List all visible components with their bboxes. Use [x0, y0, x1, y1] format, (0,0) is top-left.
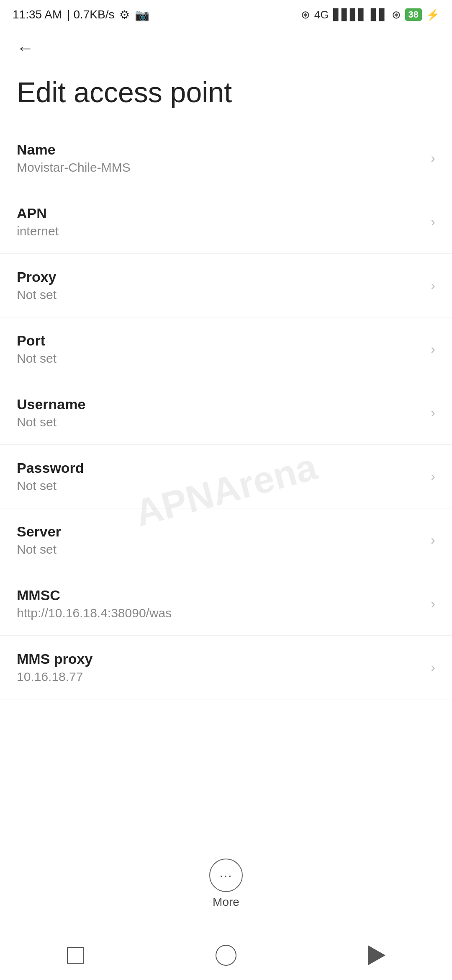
chevron-right-icon: ›: [431, 405, 435, 420]
settings-item-value: internet: [17, 224, 422, 238]
signal-bars2-icon: ▋▋: [371, 8, 388, 21]
settings-item-apn[interactable]: APN internet ›: [0, 190, 452, 254]
settings-item-content: Password Not set: [17, 460, 422, 493]
settings-item-proxy[interactable]: Proxy Not set ›: [0, 254, 452, 317]
settings-item-username[interactable]: Username Not set ›: [0, 381, 452, 445]
chevron-right-icon: ›: [431, 150, 435, 166]
signal-bars-icon: ▋▋▋▋: [333, 8, 367, 21]
settings-item-label: Server: [17, 524, 422, 540]
more-circle-icon: ···: [209, 859, 243, 892]
settings-item-value: Not set: [17, 542, 422, 557]
more-button[interactable]: ··· More: [209, 859, 243, 909]
bottom-nav: [0, 930, 452, 980]
more-section: ··· More: [0, 850, 452, 917]
settings-item-mmsc[interactable]: MMSC http://10.16.18.4:38090/was ›: [0, 572, 452, 636]
settings-item-value: Not set: [17, 479, 422, 493]
chevron-right-icon: ›: [431, 341, 435, 357]
settings-item-label: Username: [17, 396, 422, 413]
back-arrow-icon: ←: [16, 38, 34, 58]
settings-item-content: Server Not set: [17, 524, 422, 557]
chevron-right-icon: ›: [431, 469, 435, 484]
settings-item-label: MMSC: [17, 587, 422, 603]
status-left: 11:35 AM | 0.7KB/s ⚙ 📷: [13, 8, 149, 22]
more-label: More: [213, 895, 239, 909]
settings-icon: ⚙: [119, 8, 130, 22]
settings-item-value: http://10.16.18.4:38090/was: [17, 606, 422, 620]
settings-item-label: Password: [17, 460, 422, 476]
home-icon: [216, 945, 236, 966]
speed-text: | 0.7KB/s: [67, 8, 114, 21]
settings-item-password[interactable]: Password Not set ›: [0, 445, 452, 508]
back-nav-icon: [368, 945, 385, 965]
settings-item-content: APN internet: [17, 205, 422, 238]
settings-item-label: Name: [17, 142, 422, 158]
charging-icon: ⚡: [426, 8, 439, 21]
settings-item-name[interactable]: Name Movistar-Chile-MMS ›: [0, 126, 452, 190]
nav-back-button[interactable]: [360, 939, 393, 972]
status-bar: 11:35 AM | 0.7KB/s ⚙ 📷 ⊛ 4G ▋▋▋▋ ▋▋ ⊛ 38…: [0, 0, 452, 29]
nav-home-button[interactable]: [209, 939, 243, 972]
top-nav: ←: [0, 29, 452, 67]
chevron-right-icon: ›: [431, 660, 435, 675]
chevron-right-icon: ›: [431, 214, 435, 230]
settings-item-label: MMS proxy: [17, 651, 422, 667]
settings-item-label: APN: [17, 205, 422, 222]
settings-item-port[interactable]: Port Not set ›: [0, 317, 452, 381]
settings-item-label: Proxy: [17, 269, 422, 285]
chevron-right-icon: ›: [431, 532, 435, 548]
settings-item-value: Movistar-Chile-MMS: [17, 160, 422, 175]
page-title: Edit access point: [0, 67, 452, 126]
settings-item-content: MMS proxy 10.16.18.77: [17, 651, 422, 684]
settings-item-value: Not set: [17, 288, 422, 302]
settings-item-server[interactable]: Server Not set ›: [0, 508, 452, 572]
time-text: 11:35 AM: [13, 8, 62, 21]
settings-item-value: Not set: [17, 415, 422, 429]
settings-item-mms-proxy[interactable]: MMS proxy 10.16.18.77 ›: [0, 636, 452, 699]
settings-item-content: MMSC http://10.16.18.4:38090/was: [17, 587, 422, 620]
settings-item-content: Port Not set: [17, 333, 422, 366]
camera-icon: 📷: [135, 8, 149, 22]
signal-4g-icon: 4G: [314, 8, 329, 21]
wifi-icon: ⊛: [392, 8, 401, 21]
more-dots-icon: ···: [219, 868, 232, 882]
settings-item-value: 10.16.18.77: [17, 670, 422, 684]
settings-item-content: Proxy Not set: [17, 269, 422, 302]
nav-recents-button[interactable]: [59, 939, 92, 972]
bluetooth-icon: ⊛: [301, 8, 310, 21]
settings-item-label: Port: [17, 333, 422, 349]
recents-icon: [67, 947, 84, 964]
settings-item-value: Not set: [17, 351, 422, 366]
battery-indicator: 38: [405, 8, 422, 21]
settings-list: Name Movistar-Chile-MMS › APN internet ›…: [0, 126, 452, 699]
settings-item-content: Name Movistar-Chile-MMS: [17, 142, 422, 175]
chevron-right-icon: ›: [431, 278, 435, 293]
chevron-right-icon: ›: [431, 596, 435, 611]
back-button[interactable]: ←: [13, 36, 38, 61]
status-right: ⊛ 4G ▋▋▋▋ ▋▋ ⊛ 38 ⚡: [301, 8, 439, 21]
settings-item-content: Username Not set: [17, 396, 422, 429]
